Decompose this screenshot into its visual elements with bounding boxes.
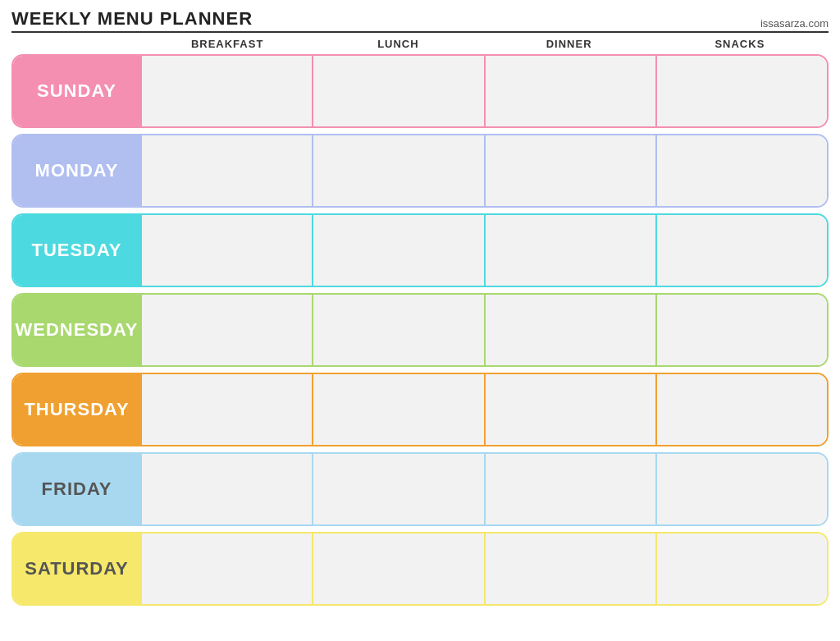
column-headers: Breakfast Lunch Dinner SNaCKS bbox=[11, 38, 829, 50]
cell-thursday-dinner[interactable] bbox=[484, 374, 655, 445]
cell-monday-dinner[interactable] bbox=[484, 135, 655, 206]
day-label-tuesday: TueSDAY bbox=[13, 215, 140, 286]
cell-friday-snacks[interactable] bbox=[655, 454, 827, 524]
cell-saturday-breakfast[interactable] bbox=[140, 533, 312, 604]
cell-friday-lunch[interactable] bbox=[312, 454, 483, 524]
day-row-monday: MonDAY bbox=[11, 134, 829, 208]
day-label-friday: FriDAY bbox=[13, 454, 140, 524]
cell-sunday-snacks[interactable] bbox=[655, 56, 827, 126]
day-row-saturday: SATurDAY bbox=[11, 532, 829, 606]
cell-tuesday-lunch[interactable] bbox=[312, 215, 483, 286]
day-label-sunday: SunDAY bbox=[13, 56, 140, 126]
cell-monday-breakfast[interactable] bbox=[140, 135, 312, 206]
cell-saturday-lunch[interactable] bbox=[312, 533, 483, 604]
cell-wednesday-snacks[interactable] bbox=[655, 295, 827, 365]
cell-sunday-breakfast[interactable] bbox=[140, 56, 312, 126]
day-row-friday: FriDAY bbox=[11, 452, 829, 526]
day-row-tuesday: TueSDAY bbox=[11, 213, 829, 287]
cell-wednesday-breakfast[interactable] bbox=[140, 295, 312, 365]
cell-wednesday-lunch[interactable] bbox=[312, 295, 483, 365]
cell-tuesday-snacks[interactable] bbox=[655, 215, 827, 286]
col-header-day bbox=[15, 38, 142, 50]
col-header-dinner: Dinner bbox=[484, 38, 655, 50]
cell-sunday-lunch[interactable] bbox=[312, 56, 483, 126]
day-label-saturday: SATurDAY bbox=[13, 533, 140, 604]
site-url: issasarza.com bbox=[760, 17, 829, 30]
col-header-snacks: SNaCKS bbox=[655, 38, 825, 50]
cell-monday-snacks[interactable] bbox=[655, 135, 827, 206]
day-row-thursday: thursdaY bbox=[11, 373, 829, 446]
cell-thursday-snacks[interactable] bbox=[655, 374, 827, 445]
col-header-lunch: Lunch bbox=[313, 38, 483, 50]
day-label-monday: MonDAY bbox=[13, 135, 140, 206]
cell-tuesday-breakfast[interactable] bbox=[140, 215, 312, 286]
cell-thursday-lunch[interactable] bbox=[312, 374, 483, 445]
cell-tuesday-dinner[interactable] bbox=[484, 215, 655, 286]
day-label-wednesday: WEDneSDAY bbox=[13, 295, 140, 365]
day-label-thursday: thursdaY bbox=[13, 374, 140, 445]
page-header: Weekly Menu Planner issasarza.com bbox=[11, 8, 829, 33]
cell-wednesday-dinner[interactable] bbox=[484, 295, 655, 365]
cell-friday-breakfast[interactable] bbox=[140, 454, 312, 524]
cell-thursday-breakfast[interactable] bbox=[140, 374, 312, 445]
cell-sunday-dinner[interactable] bbox=[484, 56, 655, 126]
col-header-breakfast: Breakfast bbox=[142, 38, 313, 50]
day-row-sunday: SunDAY bbox=[11, 54, 829, 128]
cell-monday-lunch[interactable] bbox=[312, 135, 483, 206]
day-row-wednesday: WEDneSDAY bbox=[11, 293, 829, 367]
rows-container: SunDAYMonDAYTueSDAYWEDneSDAYthursdaYFriD… bbox=[11, 54, 829, 606]
cell-saturday-dinner[interactable] bbox=[484, 533, 655, 604]
cell-saturday-snacks[interactable] bbox=[655, 533, 827, 604]
cell-friday-dinner[interactable] bbox=[484, 454, 655, 524]
page-title: Weekly Menu Planner bbox=[11, 8, 253, 30]
